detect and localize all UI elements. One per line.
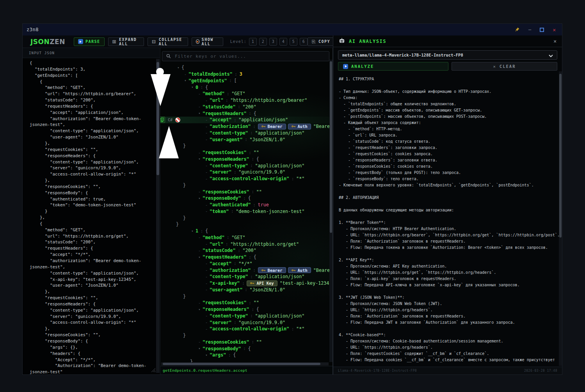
clear-button[interactable]: ✕CLEAR	[452, 62, 557, 71]
analysis-scroll-area[interactable]: ## 1. СТРУКТУРА - Тип данных: JSON-объек…	[333, 76, 562, 367]
tree-row[interactable]: -"authorization":BearerAuth"Bearer dem	[160, 267, 333, 273]
tree-row[interactable]: -"server":"gunicorn/19.9.0"	[160, 319, 333, 326]
tree-row[interactable]: C#-"accept":"application/json"	[160, 117, 333, 123]
tree-row[interactable]: -"user-agent":"JsonZEN/1.0"	[160, 136, 333, 143]
expander-caret-icon[interactable]: ▾	[197, 197, 202, 200]
level-button-6[interactable]: 6	[300, 38, 308, 46]
input-scrollbar[interactable]	[156, 59, 160, 373]
tree-row[interactable]: -"url":"https://httpbin.org/get"	[160, 241, 333, 247]
level-button-5[interactable]: 5	[290, 38, 297, 46]
level-button-2[interactable]: 2	[259, 38, 267, 46]
tree-row[interactable]: -"access-control-allow-origin":"*"	[160, 326, 333, 332]
input-scrollbar-thumb[interactable]	[156, 62, 159, 175]
expander-caret-icon[interactable]: ▾	[190, 85, 195, 89]
tree-row[interactable]: -"responseCookies":""	[160, 339, 333, 346]
tree-row[interactable]: }	[160, 182, 333, 189]
parse-button[interactable]: PARSE	[74, 37, 105, 46]
tree-row[interactable]: ▾1:{	[160, 228, 333, 234]
analyze-button[interactable]: ANALYZE	[338, 62, 448, 71]
tree-row[interactable]: -"method":"GET"	[160, 234, 333, 241]
level-button-4[interactable]: 4	[279, 38, 287, 46]
tree-row[interactable]: }	[160, 293, 333, 300]
pin-icon[interactable]	[515, 26, 520, 34]
key-value-separator: :	[252, 157, 254, 161]
expander-caret-icon[interactable]: ▾	[197, 308, 202, 311]
expander-caret-icon[interactable]: ▾	[183, 79, 188, 82]
tree-row[interactable]: -"statusCode":"200"	[160, 247, 333, 254]
input-json-textarea[interactable]: { "totalEndpoints": 3, "getEndpoints": […	[23, 58, 156, 374]
tree-key: "responseHeaders"	[203, 307, 249, 312]
tree-row[interactable]: -"accept":"*/*"	[160, 261, 333, 267]
tree-row[interactable]: -"content-type":"application/json"	[160, 313, 333, 319]
expander-caret-icon[interactable]: ▾	[190, 229, 195, 233]
expander-caret-icon[interactable]: ▾	[176, 66, 181, 69]
tree-row[interactable]: -"requestCookies":""	[160, 149, 333, 156]
tree-row[interactable]: -"url":"https://httpbin.org/bearer"	[160, 97, 333, 104]
maximize-button[interactable]	[540, 28, 544, 32]
tree-row[interactable]: -"token":"demo-token-jsonzen-test"	[160, 208, 333, 215]
tree-row[interactable]: }	[160, 332, 333, 339]
tree-hscroll-thumb[interactable]	[163, 363, 320, 365]
collapse-all-button[interactable]: ⊟COLLAPSE ALL	[148, 37, 188, 46]
tree-row[interactable]: -"statusCode":"200"	[160, 104, 333, 110]
tree-vertical-scrollbar[interactable]	[329, 60, 333, 362]
expander-caret-icon[interactable]: ▾	[204, 353, 209, 357]
auth-badge-auth[interactable]: Auth	[288, 124, 311, 129]
tree-row[interactable]: ▾"responseHeaders":{	[160, 156, 333, 163]
tree-row[interactable]: ▾"args":{	[160, 352, 333, 358]
level-button-3[interactable]: 3	[269, 38, 277, 46]
analysis-scrollbar-thumb[interactable]	[559, 74, 562, 238]
tree-row[interactable]: -"authenticated":true	[160, 202, 333, 208]
tree-horizontal-scrollbar[interactable]	[161, 362, 329, 365]
tree-row[interactable]: -"x-api-key":API Key"test-api-key-12345"	[160, 280, 333, 287]
tree-row[interactable]: -"content-type":"application/json"	[160, 273, 333, 280]
tree-row[interactable]: ▾0:{	[160, 84, 333, 90]
level-button-1[interactable]: 1	[249, 38, 257, 46]
tree-row[interactable]: ▾"responseHeaders":{	[160, 306, 333, 313]
tree-key: "user-agent"	[210, 287, 242, 293]
tree-row[interactable]: -"content-type":"application/json"	[160, 130, 333, 137]
tree-row[interactable]: -"requestCookies":""	[160, 300, 333, 306]
tree-value: "*"	[296, 176, 304, 181]
expander-caret-icon[interactable]: ▾	[197, 157, 202, 161]
expander-caret-icon[interactable]: ▾	[197, 255, 202, 259]
minimize-button[interactable]: —	[528, 28, 531, 32]
auth-badge-bearer[interactable]: Bearer	[258, 267, 286, 273]
auth-badge-bearer[interactable]: Bearer	[258, 124, 286, 129]
tree-row[interactable]: -"access-control-allow-origin":"*"	[160, 176, 333, 182]
auth-badge-auth[interactable]: Auth	[288, 267, 311, 273]
copy-button[interactable]: ⎘COPY	[308, 37, 334, 46]
expander-caret-icon[interactable]: ▾	[197, 112, 202, 115]
tree-row[interactable]: }	[160, 215, 333, 221]
show-all-button[interactable]: SHOW ALL	[192, 37, 223, 46]
tree-row[interactable]: }	[160, 221, 333, 228]
auth-badge-api-key[interactable]: API Key	[247, 280, 277, 286]
tree-row[interactable]: }	[160, 143, 333, 149]
tree-row[interactable]: -"server":"gunicorn/19.9.0"	[160, 169, 333, 176]
key-icon	[261, 268, 266, 273]
tree-row[interactable]: ▾{	[160, 64, 333, 71]
tree-row[interactable]: ▾"getEndpoints":[	[160, 78, 333, 84]
tree-row[interactable]: ▾"responseBody":{	[160, 195, 333, 202]
filter-input[interactable]	[175, 54, 325, 59]
tree-row[interactable]: -"totalEndpoints":3	[160, 71, 333, 78]
tree-vscroll-thumb[interactable]	[330, 61, 332, 233]
ai-close-icon[interactable]: ✕	[553, 38, 557, 44]
expand-all-button[interactable]: ⊞EXPAND ALL	[108, 37, 144, 46]
tree-row[interactable]: -"responseCookies":""	[160, 188, 333, 195]
copy-node-icon[interactable]	[160, 117, 165, 123]
expander-caret-icon[interactable]: ▾	[197, 347, 202, 350]
close-button[interactable]: ✕	[553, 27, 556, 33]
tree-row[interactable]: -"content-type":"application/json"	[160, 162, 333, 169]
tree-row[interactable]: ▾"requestHeaders":{	[160, 254, 333, 261]
analysis-scrollbar[interactable]	[559, 71, 562, 366]
tree-row[interactable]: ▾"requestHeaders":{	[160, 110, 333, 117]
exclude-node-icon[interactable]	[175, 117, 180, 122]
filter-bar	[160, 48, 333, 63]
tree-row[interactable]: -"authorization":BearerAuth"Bearer dem	[160, 123, 333, 130]
tree-row[interactable]: ▾"responseBody":{	[160, 345, 333, 352]
csharp-export-button[interactable]: C#	[168, 118, 172, 122]
tree-row[interactable]: -"user-agent":"JsonZEN/1.0"	[160, 287, 333, 293]
tree-row[interactable]: -"method":"GET"	[160, 90, 333, 97]
model-select[interactable]: meta-llama/Llama-4-Maverick-17B-128E-Ins…	[338, 50, 557, 60]
